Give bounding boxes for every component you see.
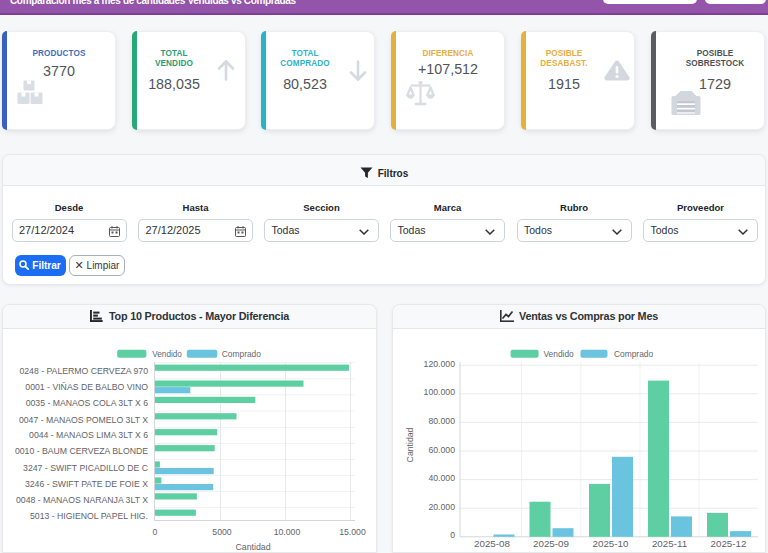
svg-text:5000: 5000: [212, 527, 231, 537]
svg-text:2025-11: 2025-11: [652, 538, 687, 549]
svg-text:2025-12: 2025-12: [711, 538, 747, 549]
svg-text:120.000: 120.000: [424, 359, 456, 369]
svg-text:0001 - VIÑAS DE BALBO VINO: 0001 - VIÑAS DE BALBO VINO: [25, 382, 148, 392]
svg-text:0010 - BAUM CERVEZA BLONDE: 0010 - BAUM CERVEZA BLONDE: [15, 446, 148, 456]
svg-text:Cantidad: Cantidad: [235, 542, 270, 552]
svg-text:0047 - MANAOS POMELO 3LT X: 0047 - MANAOS POMELO 3LT X: [19, 415, 148, 425]
svg-text:3247 - SWIFT PICADILLO DE C: 3247 - SWIFT PICADILLO DE C: [23, 463, 148, 473]
svg-text:Cantidad: Cantidad: [405, 427, 415, 462]
svg-text:40.000: 40.000: [428, 473, 455, 483]
svg-text:Comprado: Comprado: [614, 349, 653, 359]
svg-text:Comprado: Comprado: [222, 349, 261, 359]
svg-text:0048 - MANAOS NARANJA 3LT X: 0048 - MANAOS NARANJA 3LT X: [16, 495, 148, 505]
svg-text:Vendido: Vendido: [152, 350, 182, 359]
svg-text:5013 - HIGIENOL PAPEL HIG.: 5013 - HIGIENOL PAPEL HIG.: [30, 511, 148, 521]
svg-text:2025-08: 2025-08: [474, 538, 511, 549]
svg-text:0248 - PALERMO CERVEZA 970: 0248 - PALERMO CERVEZA 970: [19, 366, 148, 376]
svg-text:15.000: 15.000: [339, 527, 366, 537]
svg-text:Vendido: Vendido: [544, 349, 575, 359]
svg-text:20.000: 20.000: [428, 502, 455, 512]
svg-text:0035 - MANAOS COLA 3LT X 6: 0035 - MANAOS COLA 3LT X 6: [26, 398, 148, 408]
svg-text:0044 - MANAOS LIMA 3LT X 6: 0044 - MANAOS LIMA 3LT X 6: [29, 430, 148, 440]
svg-text:2025-10: 2025-10: [593, 538, 630, 549]
svg-text:60.000: 60.000: [428, 445, 455, 455]
svg-text:10.000: 10.000: [274, 527, 301, 537]
svg-text:3246 - SWIFT PATE DE FOIE X: 3246 - SWIFT PATE DE FOIE X: [25, 479, 148, 489]
svg-text:100.000: 100.000: [424, 387, 456, 397]
svg-text:0: 0: [450, 530, 455, 540]
svg-text:0: 0: [153, 527, 158, 537]
svg-text:80.000: 80.000: [428, 416, 455, 426]
svg-text:2025-09: 2025-09: [533, 538, 569, 549]
